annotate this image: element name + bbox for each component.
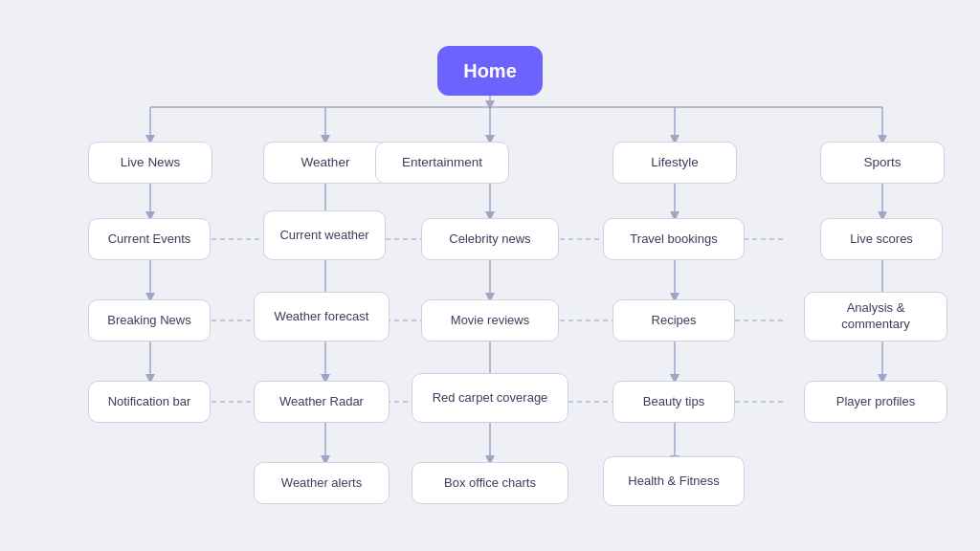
- node-current-weather: Current weather: [263, 210, 386, 260]
- node-live-scores: Live scores: [820, 218, 943, 260]
- node-weather-radar: Weather Radar: [254, 381, 390, 423]
- diagram: Home Live News Weather Entertainment Lif…: [0, 0, 980, 551]
- node-beauty-tips: Beauty tips: [612, 381, 735, 423]
- node-recipes: Recipes: [612, 299, 735, 342]
- node-notification-bar: Notification bar: [88, 381, 211, 423]
- node-health-fitness: Health & Fitness: [603, 456, 745, 506]
- node-movie-reviews: Movie reviews: [421, 299, 559, 342]
- node-live-news: Live News: [88, 142, 212, 184]
- node-box-office-charts: Box office charts: [412, 462, 568, 504]
- node-weather-alerts: Weather alerts: [254, 462, 390, 504]
- node-weather: Weather: [263, 142, 388, 184]
- node-celebrity-news: Celebrity news: [421, 218, 559, 260]
- node-red-carpet-coverage: Red carpet coverage: [412, 373, 568, 423]
- node-player-profiles: Player profiles: [804, 381, 947, 423]
- node-current-events: Current Events: [88, 218, 211, 260]
- node-travel-bookings: Travel bookings: [603, 218, 745, 260]
- node-analysis-commentary: Analysis & commentary: [804, 292, 947, 342]
- node-sports: Sports: [820, 142, 945, 184]
- node-weather-forecast: Weather forecast: [254, 292, 390, 342]
- node-breaking-news: Breaking News: [88, 299, 211, 342]
- node-home: Home: [437, 46, 543, 96]
- node-entertainment: Entertainment: [375, 142, 509, 184]
- node-lifestyle: Lifestyle: [612, 142, 737, 184]
